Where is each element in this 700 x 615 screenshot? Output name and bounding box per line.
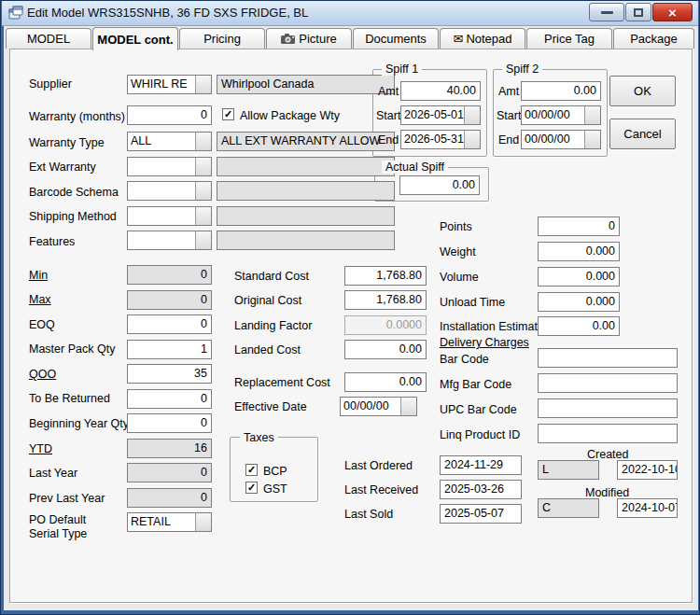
qoo-field[interactable]: 35 [127,364,212,384]
last-ordered-label: Last Ordered [344,459,413,472]
features-combo[interactable] [127,231,212,250]
ytd-field: 16 [127,439,212,458]
ytd-link[interactable]: YTD [29,442,52,455]
modified-date-field[interactable]: 2024-10-07 [617,498,678,518]
spiff2-group-title: Spiff 2 [502,63,542,76]
dropdown-button[interactable] [195,182,211,200]
weight-field[interactable]: 0.000 [538,242,620,261]
bar-code-field[interactable] [538,348,678,368]
installation-estimate-field[interactable]: 0.00 [538,316,620,336]
last-sold-field[interactable]: 2025-05-07 [440,504,522,524]
original-cost-label: Original Cost [234,294,301,307]
spiff1-end-label: End [378,133,399,147]
calendar-button[interactable] [584,131,600,148]
created-date-field[interactable]: 2022-10-10 [617,460,678,480]
linq-product-id-field[interactable] [538,424,678,443]
calendar-button[interactable] [400,398,416,415]
spiff1-amt-label: Amt [378,85,399,98]
edit-model-window: Edit Model WRS315SNHB, 36 FD SXS FRIDGE,… [0,0,700,615]
shipping-method-combo[interactable] [127,206,212,226]
dropdown-button[interactable] [195,76,211,93]
upc-bar-code-label: UPC Bar Code [440,403,517,416]
original-cost-field[interactable]: 1,768.80 [344,290,427,310]
gst-checkbox[interactable] [245,482,258,494]
min-link[interactable]: Min [29,269,48,282]
delivery-charges-link[interactable]: Delivery Charges [440,336,529,349]
dropdown-button[interactable] [195,133,211,150]
beginning-year-qty-label: Beginning Year Qty [29,417,129,430]
last-received-field[interactable]: 2025-03-26 [440,480,522,499]
camera-icon [281,34,296,44]
warranty-months-field[interactable]: 0 [127,105,212,125]
volume-field[interactable]: 0.000 [538,267,620,287]
dropdown-button[interactable] [195,207,211,225]
spiff1-amt-field[interactable]: 40.00 [400,81,481,101]
calendar-button[interactable] [584,106,600,124]
dropdown-button[interactable] [195,158,211,175]
warranty-type-name-field: ALL EXT WARRANTY ALLOW [217,132,395,151]
eoq-field[interactable]: 0 [127,314,212,334]
tab-documents[interactable]: Documents [353,28,439,49]
bar-code-label: Bar Code [440,353,489,366]
minimize-button[interactable] [589,3,624,21]
qoo-link[interactable]: QOO [29,368,56,381]
actual-spiff-field[interactable]: 0.00 [399,175,480,195]
unload-time-field[interactable]: 0.000 [538,292,620,312]
dropdown-button[interactable] [195,231,211,249]
calendar-button[interactable] [464,106,480,124]
cancel-button[interactable]: Cancel [609,119,676,149]
barcode-schema-label: Barcode Schema [29,186,119,199]
mfg-bar-code-field[interactable] [538,373,678,393]
tab-notepad[interactable]: ✉Notepad [440,28,525,49]
spiff2-amt-label: Amt [498,85,519,98]
tab-price-tag[interactable]: Price Tag [526,28,612,49]
to-be-returned-field[interactable]: 0 [127,389,212,409]
last-sold-label: Last Sold [344,508,393,521]
barcode-schema-name-field [217,181,395,201]
tab-model-cont[interactable]: MODEL cont. [92,27,178,50]
volume-label: Volume [440,271,479,284]
spiff2-end-field[interactable]: 00/00/00 [521,130,601,149]
to-be-returned-label: To Be Returned [29,392,110,405]
spiff1-end-field[interactable]: 2026-05-31 [400,130,481,149]
spiff2-start-field[interactable]: 00/00/00 [521,105,601,125]
tab-picture[interactable]: Picture [266,28,352,49]
spiff1-start-field[interactable]: 2026-05-01 [400,105,481,125]
standard-cost-field[interactable]: 1,768.80 [344,266,427,286]
landed-cost-field[interactable]: 0.00 [344,340,427,359]
barcode-schema-combo[interactable] [127,181,212,201]
spiff2-amt-field[interactable]: 0.00 [521,81,601,101]
features-name-field [217,231,395,250]
calendar-button[interactable] [464,131,480,148]
last-ordered-field[interactable]: 2024-11-29 [440,455,522,475]
po-default-serial-type-combo[interactable]: RETAIL [127,512,212,532]
effective-date-field[interactable]: 00/00/00 [340,397,417,416]
maximize-button[interactable] [625,3,651,21]
bcp-checkbox[interactable] [245,464,258,476]
ext-warranty-combo[interactable] [127,157,212,176]
tab-model[interactable]: MODEL [6,28,91,49]
bcp-label: BCP [263,465,287,478]
mfg-bar-code-label: Mfg Bar Code [440,378,511,391]
tab-package[interactable]: Package [613,28,694,49]
replacement-cost-field[interactable]: 0.00 [344,372,427,392]
close-button[interactable]: × [652,3,693,21]
warranty-type-combo[interactable]: ALL [127,132,212,151]
supplier-name-field: Whirlpool Canada [217,75,395,94]
ok-button[interactable]: OK [609,76,676,106]
max-link[interactable]: Max [29,293,51,306]
points-field[interactable]: 0 [538,217,620,236]
landed-cost-label: Landed Cost [234,343,301,356]
upc-bar-code-field[interactable] [538,398,678,418]
beginning-year-qty-field[interactable]: 0 [127,413,212,433]
allow-package-wty-checkbox[interactable] [222,108,234,120]
landing-factor-field: 0.0000 [344,315,427,335]
master-pack-qty-field[interactable]: 1 [127,340,212,359]
app-icon [8,6,23,21]
minimize-icon [601,11,613,14]
titlebar[interactable]: Edit Model WRS315SNHB, 36 FD SXS FRIDGE,… [2,1,698,26]
actual-spiff-group-title: Actual Spiff [382,161,448,174]
dropdown-button[interactable] [195,513,211,531]
tab-pricing[interactable]: Pricing [179,28,265,49]
supplier-combo[interactable]: WHIRL RE [127,75,212,94]
